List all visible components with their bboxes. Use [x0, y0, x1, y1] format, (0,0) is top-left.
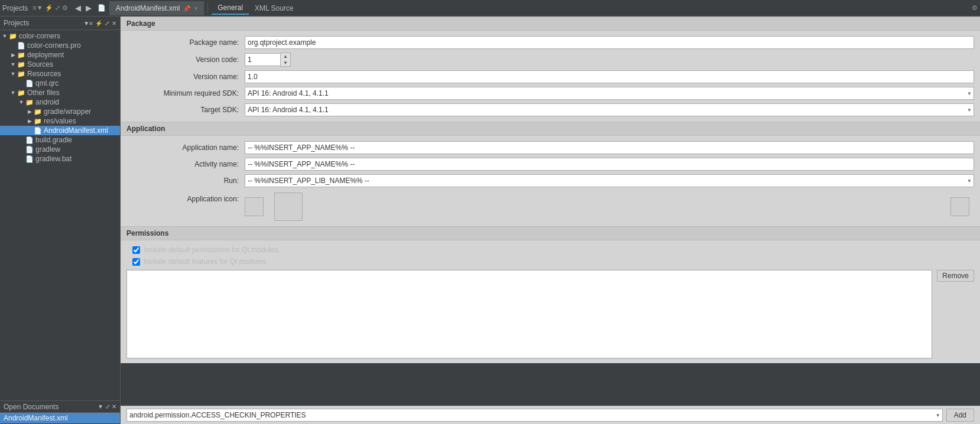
activity-name-label: Activity name: [126, 160, 245, 168]
tree-label: AndroidManifest.xml [44, 126, 108, 135]
tree-label: gradlew [35, 145, 60, 154]
sidebar-expand-icon[interactable]: ⤢ [105, 20, 109, 27]
tree-icon-file-gray: 📄 [25, 155, 34, 163]
open-document-item[interactable]: AndroidManifest.xml [0, 413, 120, 423]
min-sdk-select[interactable]: API 16: Android 4.1, 4.1.1API 17: Androi… [245, 87, 974, 100]
tree-item-res-values[interactable]: ▶📁res/values [0, 116, 120, 126]
spinner-down-button[interactable]: ▼ [281, 60, 290, 66]
tree-icon-folder: 📁 [17, 70, 26, 78]
projects-label: Projects [2, 4, 28, 12]
permissions-list-box[interactable] [126, 270, 932, 358]
version-name-input[interactable] [245, 70, 974, 83]
tree-item-android[interactable]: ▼📁android [0, 97, 120, 107]
tree-icon-folder: 📁 [25, 98, 34, 106]
version-name-row: Version name: [121, 69, 980, 85]
tree-label: gradle/wrapper [44, 107, 91, 116]
permissions-section-header: Permissions [121, 226, 980, 240]
tab-xml-source[interactable]: XML Source [249, 2, 300, 14]
tree-arrow: ▶ [26, 118, 33, 124]
back-button[interactable]: ◀ [73, 2, 83, 14]
add-permission-button[interactable]: Add [946, 409, 974, 422]
tree-item-androidmanifest[interactable]: 📄AndroidManifest.xml [0, 126, 120, 135]
default-features-checkbox[interactable] [132, 258, 140, 266]
package-name-input[interactable] [245, 36, 974, 49]
version-code-input[interactable] [245, 53, 280, 66]
tree-item-sources[interactable]: ▼📁Sources [0, 60, 120, 69]
run-control: -- %%INSERT_APP_LIB_NAME%% -- [245, 174, 974, 187]
app-icon-row: Application icon: [121, 189, 980, 223]
top-bar-icons: ≡▼ ⚡ ⤢ ⚙ [33, 4, 67, 12]
tree-arrow: ▼ [18, 99, 25, 105]
tree-item-color-corners-pro[interactable]: 📄color-corners.pro [0, 41, 120, 50]
spinner-buttons: ▲ ▼ [280, 53, 291, 67]
package-section-header: Package [121, 17, 980, 31]
version-code-row: Version code: ▲ ▼ [121, 51, 980, 69]
settings-icon[interactable]: ⚙ [62, 4, 68, 12]
open-docs-icon2[interactable]: ⤢ [105, 403, 110, 410]
default-permissions-label: Include default permissions for Qt modul… [144, 246, 280, 254]
tree-item-gradlew[interactable]: 📄gradlew [0, 145, 120, 154]
tree-icon-file-gray: 📄 [25, 136, 34, 144]
content-area: Package Package name: Version code: ▲ [121, 17, 980, 424]
expand-icon[interactable]: ⤢ [55, 4, 60, 12]
package-name-label: Package name: [126, 38, 245, 47]
tree-label: qml.qrc [35, 79, 59, 87]
tab-close-button[interactable]: × [194, 5, 197, 12]
tree-item-gradlew-bat[interactable]: 📄gradlew.bat [0, 154, 120, 164]
androidmanifest-tab[interactable]: AndroidManifest.xml 📌 × [109, 1, 205, 15]
add-permission-select[interactable]: android.permission.ACCESS_CHECKIN_PROPER… [126, 409, 943, 422]
package-name-row: Package name: [121, 34, 980, 51]
remove-permission-button[interactable]: Remove [937, 270, 974, 282]
min-sdk-label: Minimum required SDK: [126, 89, 245, 97]
tree-arrow: ▼ [1, 33, 8, 39]
permissions-actions: Remove [932, 270, 974, 358]
content-scroll: Package Package name: Version code: ▲ [121, 17, 980, 406]
tree-arrow: ▼ [9, 71, 17, 77]
tree-item-color-corners[interactable]: ▼📁color-corners [0, 31, 120, 41]
default-permissions-checkbox[interactable] [132, 246, 140, 254]
tab-label: AndroidManifest.xml [116, 4, 180, 12]
target-sdk-control: API 16: Android 4.1, 4.1.1API 17: Androi… [245, 103, 974, 116]
version-code-control: ▲ ▼ [245, 53, 974, 67]
min-sdk-control: API 16: Android 4.1, 4.1.1API 17: Androi… [245, 87, 974, 100]
tree-icon-xml: 📄 [33, 126, 43, 135]
target-sdk-select-wrap: API 16: Android 4.1, 4.1.1API 17: Androi… [245, 103, 974, 116]
sidebar-link-icon[interactable]: ⚡ [95, 20, 102, 27]
spinner-up-button[interactable]: ▲ [281, 53, 290, 60]
sidebar-filter-icon[interactable]: ▼≡ [83, 20, 93, 27]
app-icon-medium[interactable] [274, 193, 303, 221]
tree-icon-file: 📄 [25, 79, 34, 87]
link-icon[interactable]: ⚡ [45, 4, 53, 12]
version-name-label: Version name: [126, 73, 245, 81]
activity-name-input[interactable] [245, 158, 974, 171]
tree-item-gradle-wrapper[interactable]: ▶📁gradle/wrapper [0, 107, 120, 116]
tree-item-other-files[interactable]: ▼📁Other files [0, 88, 120, 97]
min-sdk-select-wrap: API 16: Android 4.1, 4.1.1API 17: Androi… [245, 87, 974, 100]
default-permissions-row: Include default permissions for Qt modul… [121, 244, 980, 256]
app-icon-large[interactable] [950, 197, 969, 216]
tree-icon-project: 📁 [8, 32, 18, 40]
default-features-row: Include default features for Qt modules. [121, 256, 980, 268]
open-docs-icon3[interactable]: ✕ [112, 403, 116, 410]
default-features-label: Include default features for Qt modules. [144, 257, 268, 266]
sidebar-header-title: Projects [4, 19, 29, 27]
app-name-input[interactable] [245, 141, 974, 154]
forward-button[interactable]: ▶ [83, 2, 94, 14]
tree-item-build-gradle[interactable]: 📄build.gradle [0, 135, 120, 145]
run-select[interactable]: -- %%INSERT_APP_LIB_NAME%% -- [245, 174, 974, 187]
app-icon-small[interactable] [245, 197, 264, 216]
tree-item-qml-qrc[interactable]: 📄qml.qrc [0, 79, 120, 88]
open-docs-icon1[interactable]: ▼ [98, 403, 103, 410]
activity-name-control [245, 158, 974, 171]
add-permission-bar: android.permission.ACCESS_CHECKIN_PROPER… [121, 406, 980, 424]
application-form: Application name: Activity name: Run: [121, 136, 980, 226]
tree-item-resources[interactable]: ▼📁Resources [0, 69, 120, 79]
package-form: Package name: Version code: ▲ ▼ [121, 31, 980, 122]
filter-icon[interactable]: ≡▼ [33, 4, 43, 12]
target-sdk-select[interactable]: API 16: Android 4.1, 4.1.1API 17: Androi… [245, 103, 974, 116]
tab-general[interactable]: General [212, 2, 249, 15]
sidebar-close-icon[interactable]: ✕ [112, 20, 116, 27]
tree-item-deployment[interactable]: ▶📁deployment [0, 50, 120, 60]
tree-icon-folder: 📁 [17, 51, 26, 59]
version-name-control [245, 70, 974, 83]
